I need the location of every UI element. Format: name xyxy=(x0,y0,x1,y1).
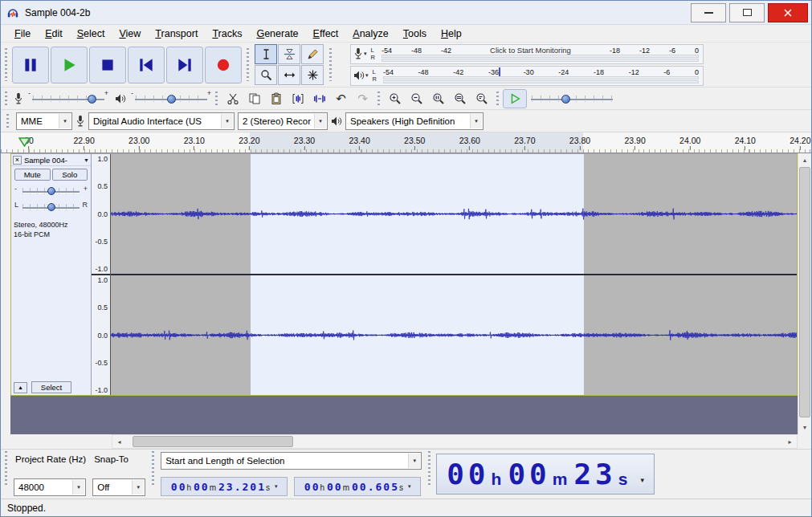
toolbar-grip[interactable] xyxy=(329,48,332,81)
time-shift-tool-button[interactable] xyxy=(278,65,300,85)
menu-analyze[interactable]: Analyze xyxy=(345,26,395,41)
timeline-ruler[interactable]: 8022.9023.0023.1023.2023.3023.4023.5023.… xyxy=(1,132,811,153)
recording-meter-body[interactable]: -54-48-42 Click to Start Monitoring -18-… xyxy=(377,45,703,63)
playback-device-select[interactable]: Speakers (High Definition▾ xyxy=(345,112,484,130)
waveform-channel-left[interactable] xyxy=(111,154,797,274)
selection-tool-button[interactable] xyxy=(255,44,277,64)
copy-button[interactable] xyxy=(243,89,265,108)
selection-mode-select[interactable]: Start and Length of Selection▾ xyxy=(161,452,422,470)
draw-tool-button[interactable] xyxy=(301,44,324,64)
toolbar-grip[interactable] xyxy=(5,451,7,486)
zoom-project-button[interactable] xyxy=(449,89,471,108)
play-at-speed-button[interactable] xyxy=(503,89,527,108)
playback-meter[interactable]: ▾ LR -54-48-42-36-30-24-18-12-60 xyxy=(350,66,704,86)
track-close-button[interactable]: × xyxy=(13,156,22,165)
redo-button[interactable]: ↷ xyxy=(352,89,373,108)
toolbar-grip[interactable] xyxy=(152,451,154,486)
zoom-out-button[interactable] xyxy=(406,89,427,108)
slider-thumb[interactable] xyxy=(47,187,55,195)
slider-thumb[interactable] xyxy=(88,95,96,104)
horizontal-scroll-thumb[interactable] xyxy=(133,436,293,447)
recording-volume-slider[interactable]: - + xyxy=(28,92,108,106)
menu-generate[interactable]: Generate xyxy=(249,26,305,41)
multi-tool-button[interactable] xyxy=(301,65,324,85)
play-button[interactable] xyxy=(51,47,88,83)
toolbar-grip[interactable] xyxy=(496,92,499,104)
waveform-channel-right[interactable] xyxy=(111,275,797,395)
track-pan-slider[interactable]: L R xyxy=(19,200,83,214)
track-gain-slider[interactable]: - + xyxy=(19,184,83,197)
dropdown-icon[interactable]: ▾ xyxy=(275,483,278,490)
horizontal-scrollbar[interactable]: ◂ ▸ xyxy=(112,434,798,449)
audio-host-select[interactable]: MME▾ xyxy=(16,112,72,130)
menu-edit[interactable]: Edit xyxy=(38,26,70,41)
toolbar-grip[interactable] xyxy=(428,451,430,486)
envelope-tool-button[interactable] xyxy=(278,44,300,64)
vertical-scroll-thumb[interactable] xyxy=(799,167,810,417)
scroll-left-button[interactable]: ◂ xyxy=(112,435,126,448)
maximize-button[interactable] xyxy=(729,3,765,22)
dropdown-icon[interactable]: ▾ xyxy=(640,476,644,484)
slider-thumb[interactable] xyxy=(561,95,570,104)
close-button[interactable] xyxy=(768,3,808,22)
snap-to-select[interactable]: Off▾ xyxy=(92,478,145,496)
menu-select[interactable]: Select xyxy=(70,26,112,41)
menu-file[interactable]: File xyxy=(7,26,38,41)
playback-volume-slider[interactable]: - + xyxy=(131,92,211,106)
zoom-selection-button[interactable] xyxy=(427,89,449,108)
timeline-pin-icon[interactable] xyxy=(18,136,31,150)
undo-button[interactable]: ↶ xyxy=(330,89,352,108)
zoom-in-button[interactable] xyxy=(384,89,406,108)
solo-button[interactable]: Solo xyxy=(52,169,88,181)
waveform-area[interactable] xyxy=(111,154,797,395)
menu-tools[interactable]: Tools xyxy=(396,26,434,41)
minimize-button[interactable] xyxy=(691,3,726,22)
dropdown-icon[interactable]: ▾ xyxy=(408,483,411,490)
toolbar-grip[interactable] xyxy=(6,114,9,127)
skip-to-end-button[interactable] xyxy=(166,47,203,83)
record-button[interactable] xyxy=(205,47,242,83)
trim-audio-button[interactable] xyxy=(287,89,308,108)
skip-to-start-button[interactable] xyxy=(128,47,165,83)
toolbar-grip[interactable] xyxy=(377,92,380,104)
track-menu-caret-icon[interactable]: ▼ xyxy=(84,157,89,163)
selection-start-field[interactable]: 00h00m23.201s▾ xyxy=(161,477,288,496)
slider-thumb[interactable] xyxy=(167,95,176,104)
silence-audio-button[interactable] xyxy=(308,89,330,108)
toolbar-grip[interactable] xyxy=(5,48,7,81)
menu-effect[interactable]: Effect xyxy=(306,26,346,41)
toolbar-grip[interactable] xyxy=(5,92,7,104)
play-speed-slider[interactable] xyxy=(527,92,617,106)
project-rate-select[interactable]: 48000▾ xyxy=(14,478,86,496)
horizontal-scroll-track[interactable] xyxy=(126,435,783,448)
recording-meter[interactable]: ▾ LR -54-48-42 Click to Start Monitoring… xyxy=(350,44,704,64)
recording-device-select[interactable]: Digital Audio Interface (US▾ xyxy=(88,112,235,130)
recording-channels-select[interactable]: 2 (Stereo) Recor▾ xyxy=(238,112,328,130)
menu-help[interactable]: Help xyxy=(434,26,469,41)
scroll-down-button[interactable]: ▾ xyxy=(798,421,811,434)
menu-transport[interactable]: Transport xyxy=(148,26,205,41)
stop-button[interactable] xyxy=(89,47,126,83)
paste-button[interactable] xyxy=(265,89,287,108)
titlebar[interactable]: Sample 004-2b xyxy=(1,1,811,25)
zoom-toggle-button[interactable] xyxy=(471,89,492,108)
pause-button[interactable] xyxy=(12,47,49,83)
track-select-button[interactable]: Select xyxy=(31,381,71,393)
mute-button[interactable]: Mute xyxy=(14,169,51,181)
audio-position-display[interactable]: 00h00m23s▾ xyxy=(436,454,655,495)
selection-length-field[interactable]: 00h00m00.605s▾ xyxy=(294,477,421,496)
zoom-tool-button[interactable] xyxy=(255,65,277,85)
scroll-up-button[interactable]: ▴ xyxy=(798,153,811,167)
vertical-scrollbar[interactable]: ▴ ▾ xyxy=(798,153,811,434)
menu-tracks[interactable]: Tracks xyxy=(205,26,249,41)
toolbar-grip[interactable] xyxy=(215,92,218,104)
track-title[interactable]: Sample 004- xyxy=(24,156,81,165)
playback-meter-body[interactable]: -54-48-42-36-30-24-18-12-60 xyxy=(379,67,703,85)
vertical-scale-ruler[interactable]: 1.00.50.0-0.5-1.0 1.00.50.0-0.5-1.0 xyxy=(92,154,111,395)
vertical-scroll-track[interactable] xyxy=(798,167,811,421)
toolbar-grip[interactable] xyxy=(247,48,249,81)
scroll-right-button[interactable]: ▸ xyxy=(783,435,797,448)
menu-view[interactable]: View xyxy=(112,26,148,41)
track-collapse-button[interactable]: ▲ xyxy=(14,382,27,393)
slider-thumb[interactable] xyxy=(47,203,55,211)
